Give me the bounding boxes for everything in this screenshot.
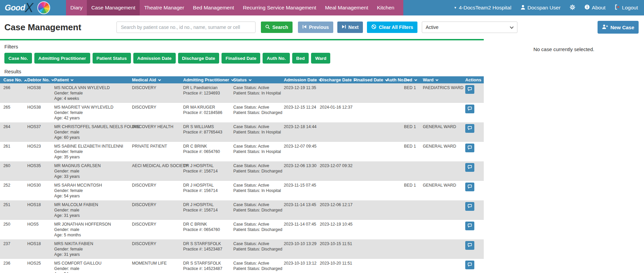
filter-button-auth-no[interactable]: Auth No. (263, 53, 290, 64)
cell-case-no: 261 (0, 142, 25, 161)
cell-finalised-date (351, 239, 384, 259)
cell-status: Case Status: ActivePatient Status: Disch… (231, 200, 281, 220)
cell-medical-aid: DISCOVERY (129, 200, 180, 220)
open-case-button[interactable] (465, 85, 474, 94)
practice-number: Practice #: 1234693 (183, 90, 228, 96)
nav-item-case-management[interactable]: Case Management (87, 0, 140, 15)
practitioner-name: DR S WILLIAMS (183, 124, 228, 129)
table-row[interactable]: 237HOS18MRS NIKITA FABIENGender: femaleA… (0, 239, 484, 259)
practitioner-name: DR C BRINK (183, 144, 228, 149)
open-case-button[interactable] (465, 124, 474, 133)
cell-admission-date: 2023-10-10 13:29 (281, 239, 317, 259)
no-case-selected-message: No case currently selected. (534, 46, 595, 52)
patient-status: Patient Status: Discharged (233, 266, 278, 271)
table-row[interactable]: 265HOS38MS MAGRIET VAN WYLEVELDGender: f… (0, 103, 484, 122)
filter-button-admission-date[interactable]: Admission Date (133, 53, 176, 64)
search-input[interactable] (116, 22, 256, 33)
sort-desc-icon (436, 78, 438, 81)
status-filter-select[interactable]: Active (422, 22, 517, 33)
goodx-logo[interactable]: GoodX (0, 0, 66, 15)
table-row[interactable]: 236HOS25MS COMFORT GAILLOUGender: maleAg… (0, 259, 484, 273)
case-status: Case Status: Active (233, 183, 278, 188)
cell-auth-no (384, 200, 401, 220)
nav-item-diary[interactable]: Diary (66, 0, 87, 15)
cell-debtor-no: HOS18 (25, 239, 52, 259)
nav-item-meal-management[interactable]: Meal Management (320, 0, 372, 15)
settings-button[interactable] (570, 4, 575, 11)
cell-actions (463, 200, 484, 220)
clear-all-filters-button[interactable]: Clear All Filters (367, 22, 417, 33)
cell-admission-date: 2023-12-19 11:35 (281, 83, 317, 103)
goodx-logo-x: X (25, 1, 33, 14)
cell-bed (401, 220, 420, 239)
cell-status: Case Status: ActivePatient Status: Disch… (231, 220, 281, 239)
skip-previous-icon (302, 25, 307, 30)
patient-gender: Gender: male (54, 266, 127, 271)
column-header-case-no[interactable]: Case No. (0, 76, 25, 83)
logout-button[interactable]: Logout (615, 4, 638, 11)
open-case-button[interactable] (465, 241, 474, 250)
case-status: Case Status: Active (233, 261, 278, 266)
open-case-button[interactable] (465, 144, 474, 152)
cell-ward (420, 239, 463, 259)
about-button[interactable]: About (584, 4, 606, 11)
search-button[interactable]: Search (261, 22, 293, 33)
open-case-button[interactable] (465, 163, 474, 172)
column-label: Auth No. (386, 77, 405, 82)
filter-button-case-no[interactable]: Case No. (4, 53, 32, 64)
table-row[interactable]: 260HOS35MR MAGNUS CARLSENGender: maleAge… (0, 161, 484, 181)
open-case-button[interactable] (465, 202, 474, 211)
table-row[interactable]: 266HOS38MS NICOLA VAN WYLEVELDGender: fe… (0, 83, 484, 103)
filter-button-patient-status[interactable]: Patient Status (93, 53, 131, 64)
search-icon (265, 25, 270, 30)
filter-button-admitting-practitioner[interactable]: Admitting Practitioner (34, 53, 90, 64)
column-header-discharge-date[interactable]: Discharge Date (317, 76, 351, 83)
table-row[interactable]: 264HOS37MR CHRISTOFFEL SAMUEL NEELS FOUR… (0, 122, 484, 142)
cell-debtor-no: HOS18 (25, 200, 52, 220)
open-case-button[interactable] (465, 183, 474, 191)
nav-item-kitchen[interactable]: Kitchen (373, 0, 399, 15)
cell-case-no: 251 (0, 200, 25, 220)
table-header-row: Case No.Debtor No.PatientMedical AidAdmi… (0, 76, 484, 83)
table-row[interactable]: 250HOS5MR JONATHAN HOFFERSONGender: male… (0, 220, 484, 239)
filter-button-bed[interactable]: Bed (292, 53, 309, 64)
column-header-medical-aid[interactable]: Medical Aid (129, 76, 180, 83)
open-case-button[interactable] (465, 105, 474, 113)
column-header-admitting-practitioner[interactable]: Admitting Practitioner (180, 76, 231, 83)
table-row[interactable]: 252HOS30MS SARAH MCCINTOSHGender: female… (0, 181, 484, 200)
cell-finalised-date (351, 220, 384, 239)
column-header-patient[interactable]: Patient (52, 76, 129, 83)
previous-button[interactable]: Previous (298, 22, 333, 33)
nav-item-theatre-manager[interactable]: Theatre Manager (140, 0, 189, 15)
patient-status: Patient Status: Discharged (233, 110, 278, 115)
cell-ward (420, 161, 463, 181)
column-header-status[interactable]: Status (231, 76, 281, 83)
table-row[interactable]: 251HOS18MR MALCOLM FABIENGender: maleAge… (0, 200, 484, 220)
user-menu[interactable]: Docspan User (520, 5, 561, 11)
new-case-button[interactable]: New Case (598, 21, 639, 34)
column-header-admission-date[interactable]: Admission Date (281, 76, 317, 83)
cell-ward (420, 200, 463, 220)
cell-bed (401, 200, 420, 220)
hospital-selector[interactable]: ▼ 4-DocsTeam2 Hospital (454, 5, 511, 11)
cell-admitting-practitioner: DR S WILLIAMSPractice #: 87765443 (180, 122, 231, 142)
logout-label: Logout (622, 5, 638, 11)
table-row[interactable]: 261HOS23MS SABINE ELIZABETH INTELENNIGen… (0, 142, 484, 161)
column-header-ward[interactable]: Ward (420, 76, 463, 83)
next-button[interactable]: Next (337, 22, 363, 33)
column-header-debtor-no[interactable]: Debtor No. (25, 76, 52, 83)
open-case-button[interactable] (465, 222, 474, 230)
filter-button-discharge-date[interactable]: Discharge Date (178, 53, 219, 64)
nav-item-bed-management[interactable]: Bed Management (189, 0, 238, 15)
nav-item-recurring-service-management[interactable]: Recurring Service Management (238, 0, 320, 15)
sort-desc-icon (414, 78, 417, 81)
filter-button-finalised-date[interactable]: Finalised Date (222, 53, 261, 64)
sort-desc-icon (158, 78, 161, 81)
cell-patient: MS MAGRIET VAN WYLEVELDGender: femaleAge… (52, 103, 129, 122)
column-label: Admitting Practitioner (183, 77, 229, 82)
open-case-button[interactable] (465, 261, 474, 269)
filter-button-ward[interactable]: Ward (311, 53, 330, 64)
cell-discharge-date (317, 122, 351, 142)
column-header-bed[interactable]: Bed (401, 76, 420, 83)
practitioner-name: DR S STARFSFOLK (183, 261, 228, 266)
